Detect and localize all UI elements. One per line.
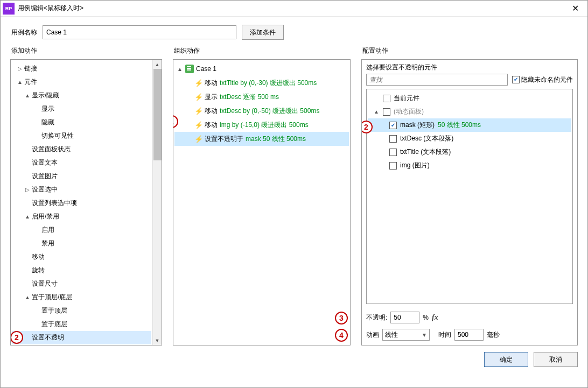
tree-item[interactable]: ▲置于顶层/底层 <box>12 291 151 304</box>
widget-checkbox[interactable] <box>389 162 397 170</box>
collapse-icon[interactable]: ▲ <box>373 109 380 115</box>
tree-item-label: 设置不透明 <box>31 333 64 342</box>
lightning-icon: ⚡ <box>195 79 202 87</box>
tree-item-label: 切换可见性 <box>41 131 74 140</box>
config-subtitle: 选择要设置不透明的元件 <box>362 60 577 74</box>
time-label: 时间 <box>438 330 451 340</box>
dialog-footer: 确定 取消 <box>1 345 587 367</box>
tree-item[interactable]: ▷链接 <box>12 62 151 75</box>
widget-tree[interactable]: 当前元件▲(动态面板)mask (矩形) 50 线性 500mstxtDesc … <box>366 89 573 304</box>
scroll-down-icon[interactable]: ▼ <box>153 336 162 345</box>
case-header-row[interactable]: ▲ Case 1 <box>174 62 349 76</box>
tree-item[interactable]: 启用 <box>12 223 151 237</box>
tree-item[interactable]: 设置文本 <box>12 156 151 170</box>
widget-row[interactable]: ▲(动态面板) <box>368 105 571 118</box>
widget-row[interactable]: mask (矩形) 50 线性 500ms <box>368 118 571 132</box>
tree-item[interactable]: ▲显示/隐藏 <box>12 89 151 102</box>
tree-item[interactable]: 显示 <box>12 102 151 116</box>
hide-unnamed-option[interactable]: 隐藏未命名的元件 <box>512 75 573 84</box>
time-input[interactable] <box>454 329 484 341</box>
widget-row[interactable]: txtDesc (文本段落) <box>368 132 571 145</box>
close-icon[interactable]: ✕ <box>563 1 587 17</box>
search-input[interactable] <box>366 74 508 86</box>
lightning-icon: ⚡ <box>195 93 202 101</box>
anim-select[interactable]: 线性 ▼ <box>382 329 430 341</box>
tree-item-label: 禁用 <box>41 239 54 248</box>
action-target: txtTitle by (0,-30) 缓进缓出 500ms <box>220 79 317 88</box>
scroll-track[interactable] <box>153 69 162 336</box>
tree-item[interactable]: 移动 <box>12 250 151 264</box>
widget-name: 当前元件 <box>394 94 419 103</box>
tree-item[interactable]: 禁用 <box>12 237 151 250</box>
hide-unnamed-checkbox[interactable] <box>512 76 520 83</box>
collapse-icon[interactable]: ▲ <box>24 214 31 220</box>
tree-item-label: 旋转 <box>31 266 45 275</box>
tree-item-label: 置于底层 <box>41 320 67 329</box>
collapse-icon[interactable]: ▲ <box>24 294 31 300</box>
widget-checkbox[interactable] <box>389 135 397 143</box>
expand-icon[interactable]: ▷ <box>16 66 24 72</box>
tree-item[interactable]: ▷设置选中 <box>12 183 151 196</box>
lightning-icon: ⚡ <box>195 107 202 115</box>
action-label: 移动 <box>205 79 218 88</box>
scroll-thumb[interactable] <box>153 69 162 160</box>
action-target: txtDesc by (0,-50) 缓进缓出 500ms <box>220 107 319 116</box>
action-row[interactable]: ⚡设置不透明于 mask 50 线性 500ms <box>174 132 349 146</box>
widget-name: mask (矩形) <box>400 121 435 130</box>
action-row[interactable]: ⚡显示 txtDesc 逐渐 500 ms <box>174 90 349 104</box>
organize-action-title: 组织动作 <box>173 45 351 59</box>
tree-item[interactable]: 旋转 <box>12 264 151 277</box>
action-row[interactable]: ⚡移动 txtDesc by (0,-50) 缓进缓出 500ms <box>174 104 349 118</box>
add-action-column: 添加动作 ▷链接▲元件▲显示/隐藏显示隐藏切换可见性设置面板状态设置文本设置图片… <box>10 45 162 345</box>
expand-icon[interactable]: ▷ <box>24 187 31 193</box>
widget-checkbox[interactable] <box>383 95 390 102</box>
scroll-up-icon[interactable]: ▲ <box>153 60 162 69</box>
case-tree: ▲ Case 1 ⚡移动 txtTitle by (0,-30) 缓进缓出 50… <box>173 60 350 148</box>
tree-item[interactable]: 置于顶层 <box>12 304 151 318</box>
tree-item[interactable]: 隐藏 <box>12 116 151 129</box>
action-row[interactable]: ⚡移动 txtTitle by (0,-30) 缓进缓出 500ms <box>174 76 349 90</box>
organize-action-column: 组织动作 ▲ Case 1 ⚡移动 txtTitle by (0,-30) 缓进… <box>173 45 351 345</box>
tree-item[interactable]: 设置不透明 <box>12 331 151 344</box>
tree-item[interactable]: 切换可见性 <box>12 129 151 143</box>
widget-row[interactable]: txtTitle (文本段落) <box>368 145 571 159</box>
opacity-row: 不透明: % fx <box>366 312 573 323</box>
tree-item[interactable]: ▲启用/禁用 <box>12 210 151 223</box>
action-row[interactable]: ⚡移动 img by (-15,0) 缓进缓出 500ms <box>174 118 349 132</box>
annotation-2: 2 <box>10 331 23 344</box>
action-target: mask 50 线性 500ms <box>246 135 306 144</box>
add-condition-button[interactable]: 添加条件 <box>242 25 284 40</box>
action-label: 显示 <box>205 93 218 102</box>
opacity-input[interactable] <box>390 312 419 323</box>
widget-row[interactable]: 当前元件 <box>368 91 571 105</box>
case-name-row: 用例名称 添加条件 <box>1 17 587 45</box>
case-name-text: Case 1 <box>196 65 216 73</box>
time-unit: 毫秒 <box>487 330 500 340</box>
tree-item[interactable]: 设置图片 <box>12 170 151 183</box>
animation-row: 动画 线性 ▼ 时间 毫秒 <box>366 329 573 341</box>
collapse-icon[interactable]: ▲ <box>24 93 31 98</box>
widget-checkbox[interactable] <box>383 108 390 116</box>
case-expand-icon[interactable]: ▲ <box>177 66 183 72</box>
fx-button[interactable]: fx <box>432 313 438 322</box>
widget-row[interactable]: img (图片) <box>368 159 571 172</box>
tree-item[interactable]: 设置尺寸 <box>12 277 151 291</box>
cancel-button[interactable]: 取消 <box>534 352 578 367</box>
tree-item[interactable]: ▲元件 <box>12 75 151 89</box>
action-tree[interactable]: ▷链接▲元件▲显示/隐藏显示隐藏切换可见性设置面板状态设置文本设置图片▷设置选中… <box>11 60 152 345</box>
tree-item[interactable]: 设置面板状态 <box>12 143 151 156</box>
tree-item[interactable]: 置于底层 <box>12 318 151 331</box>
widget-name: txtDesc (文本段落) <box>400 134 453 143</box>
tree-item-label: 置于顶层/底层 <box>31 293 72 302</box>
action-label: 移动 <box>205 121 218 130</box>
widget-checkbox[interactable] <box>389 122 397 129</box>
ok-button[interactable]: 确定 <box>484 352 528 367</box>
case-icon <box>185 65 194 73</box>
app-icon: RP <box>3 3 15 15</box>
collapse-icon[interactable]: ▲ <box>16 79 24 85</box>
configure-action-column: 配置动作 选择要设置不透明的元件 隐藏未命名的元件 当前元件▲(动态面板)mas… <box>361 45 578 345</box>
scrollbar[interactable]: ▲ ▼ <box>152 60 162 345</box>
case-name-input[interactable] <box>43 25 236 39</box>
tree-item[interactable]: 设置列表选中项 <box>12 196 151 210</box>
widget-checkbox[interactable] <box>389 149 397 156</box>
